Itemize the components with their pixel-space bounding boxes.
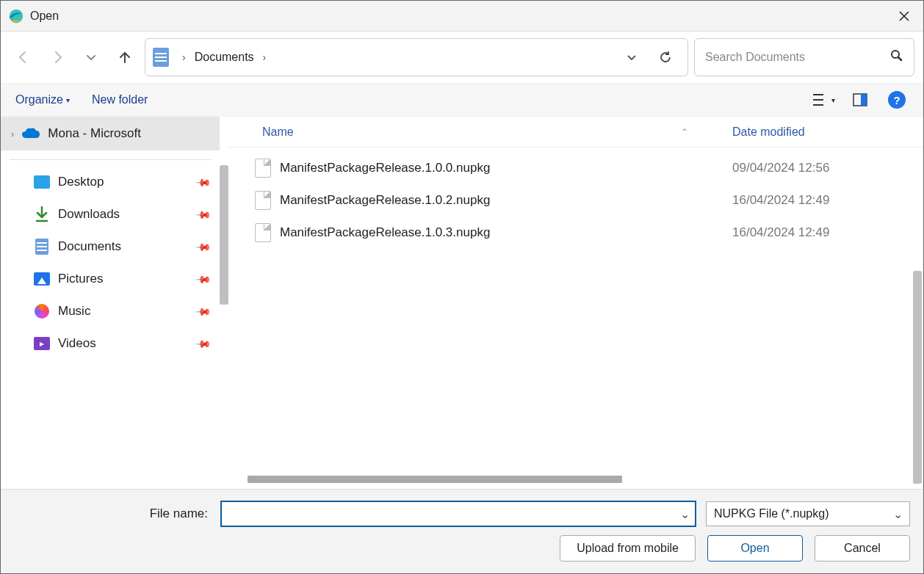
recent-locations-button[interactable]: [77, 43, 105, 71]
new-folder-button[interactable]: New folder: [92, 93, 148, 106]
address-bar[interactable]: › Documents ›: [145, 38, 688, 76]
column-label: Name: [262, 126, 294, 139]
file-name: ManifestPackageRelease.1.0.2.nupkg: [280, 193, 732, 208]
documents-icon: [33, 238, 51, 255]
divider: [10, 159, 211, 160]
navigation-pane: › Mona - Microsoft Desktop 📌 Downloads 📌: [1, 117, 220, 489]
navigation-row: › Documents ›: [1, 32, 923, 83]
sidebar-item-videos[interactable]: ▸ Videos 📌: [1, 327, 220, 360]
column-header-date[interactable]: Date modified: [732, 126, 923, 139]
chevron-right-icon[interactable]: ›: [11, 128, 14, 139]
sidebar-item-label: Desktop: [58, 175, 197, 189]
file-list-pane: Name ⌃ Date modified ManifestPackageRele…: [228, 117, 923, 489]
search-input[interactable]: [705, 51, 890, 64]
column-headers: Name ⌃ Date modified: [228, 117, 923, 148]
pictures-icon: [33, 270, 51, 288]
sidebar-scrollbar[interactable]: [220, 165, 228, 305]
preview-pane-button[interactable]: [848, 88, 872, 112]
file-date: 16/04/2024 12:49: [732, 225, 923, 240]
up-button[interactable]: [111, 43, 139, 71]
organize-button[interactable]: Organize ▾: [15, 93, 70, 106]
downloads-icon: [33, 206, 51, 223]
search-box[interactable]: [694, 38, 914, 76]
sidebar-item-label: Music: [58, 304, 197, 319]
close-button[interactable]: [885, 1, 923, 32]
sidebar-item-desktop[interactable]: Desktop 📌: [1, 166, 220, 198]
column-label: Date modified: [732, 126, 805, 139]
sidebar-item-label: Videos: [58, 336, 197, 351]
pin-icon: 📌: [195, 238, 212, 255]
file-type-select[interactable]: [706, 501, 910, 526]
pin-icon: 📌: [195, 302, 212, 319]
file-icon: [255, 159, 271, 178]
forward-button[interactable]: [43, 43, 71, 71]
upload-from-mobile-button[interactable]: Upload from mobile: [560, 535, 696, 562]
music-icon: [33, 302, 51, 320]
sidebar-item-label: Documents: [58, 239, 197, 254]
organize-label: Organize: [15, 93, 63, 106]
onedrive-icon: [21, 127, 40, 141]
file-date: 09/04/2024 12:56: [732, 161, 923, 175]
file-icon: [255, 223, 271, 242]
file-name: ManifestPackageRelease.1.0.3.nupkg: [280, 225, 732, 240]
file-name-label: File name:: [150, 506, 208, 521]
view-mode-button[interactable]: ▾: [812, 88, 835, 112]
pin-icon: 📌: [195, 173, 212, 190]
sidebar-item-pictures[interactable]: Pictures 📌: [1, 263, 220, 295]
file-name: ManifestPackageRelease.1.0.0.nupkg: [280, 161, 732, 175]
cancel-button[interactable]: Cancel: [815, 535, 910, 562]
main-area: › Mona - Microsoft Desktop 📌 Downloads 📌: [1, 117, 923, 489]
sidebar-item-documents[interactable]: Documents 📌: [1, 230, 220, 263]
file-row[interactable]: ManifestPackageRelease.1.0.0.nupkg 09/04…: [228, 152, 923, 184]
file-row[interactable]: ManifestPackageRelease.1.0.3.nupkg 16/04…: [228, 217, 923, 249]
tree-root-label: Mona - Microsoft: [48, 126, 141, 141]
file-date: 16/04/2024 12:49: [732, 193, 923, 208]
window-title: Open: [30, 10, 59, 23]
search-icon[interactable]: [890, 49, 903, 65]
footer: File name: ⌄ ⌄ Upload from mobile Open C…: [1, 489, 923, 573]
file-row[interactable]: ManifestPackageRelease.1.0.2.nupkg 16/04…: [228, 184, 923, 217]
chevron-right-icon[interactable]: ›: [178, 51, 190, 63]
videos-icon: ▸: [33, 335, 51, 352]
pin-icon: 📌: [195, 335, 212, 352]
toolbar: Organize ▾ New folder ▾ ?: [1, 83, 923, 117]
previous-locations-button[interactable]: [617, 43, 646, 72]
chevron-right-icon[interactable]: ›: [259, 51, 271, 63]
column-header-name[interactable]: Name ⌃: [262, 126, 732, 139]
help-icon: ?: [888, 91, 906, 109]
sort-ascending-icon: ⌃: [681, 127, 688, 137]
vertical-scrollbar[interactable]: [913, 271, 922, 484]
refresh-button[interactable]: [651, 43, 680, 72]
desktop-icon: [33, 173, 51, 191]
help-button[interactable]: ?: [885, 88, 909, 112]
open-button[interactable]: Open: [707, 535, 803, 562]
breadcrumb-location[interactable]: Documents: [195, 51, 254, 64]
tree-root-onedrive[interactable]: › Mona - Microsoft: [1, 117, 220, 150]
file-name-input[interactable]: [221, 501, 696, 526]
pin-icon: 📌: [195, 270, 212, 287]
svg-rect-3: [861, 94, 867, 106]
caret-down-icon: ▾: [66, 96, 70, 104]
sidebar-item-music[interactable]: Music 📌: [1, 295, 220, 327]
back-button[interactable]: [10, 43, 37, 71]
caret-down-icon: ▾: [831, 96, 835, 104]
sidebar-item-label: Downloads: [58, 207, 197, 222]
documents-location-icon: [153, 48, 169, 67]
file-icon: [255, 191, 271, 210]
titlebar: Open: [1, 1, 923, 32]
sidebar-item-label: Pictures: [58, 272, 197, 286]
pin-icon: 📌: [195, 206, 212, 222]
horizontal-scrollbar[interactable]: [248, 476, 916, 486]
sidebar-item-downloads[interactable]: Downloads 📌: [1, 198, 220, 230]
file-list[interactable]: ManifestPackageRelease.1.0.0.nupkg 09/04…: [228, 148, 923, 476]
open-dialog: Open › Documents ›: [0, 0, 924, 574]
edge-icon: [8, 8, 24, 24]
